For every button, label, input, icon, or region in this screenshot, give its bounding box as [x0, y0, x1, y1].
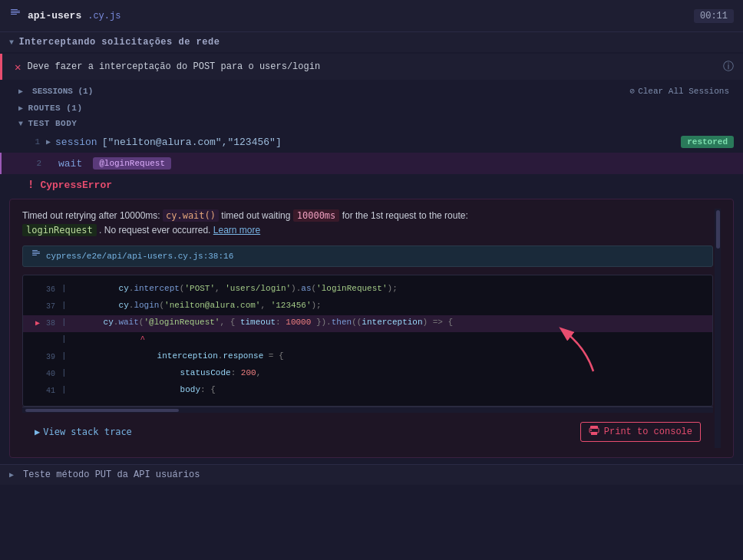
- error-header-row: ! CypressError: [0, 174, 743, 196]
- caret-num: [32, 332, 55, 334]
- code-text-39: interception.response = {: [73, 349, 284, 364]
- code-text-37: cy.login('neilton@alura.com', '123456');: [73, 298, 322, 313]
- command-row-session[interactable]: 1 ▶ session ["neilton@alura.com","123456…: [0, 131, 743, 153]
- wait-keyword: wait: [58, 158, 82, 170]
- h-scrollbar[interactable]: [22, 407, 713, 413]
- error-description: Timed out retrying after 10000ms: cy.wai…: [22, 209, 713, 238]
- code-line-41: 41 | body: {: [23, 383, 712, 400]
- code-block: 36 | cy.intercept('POST', 'users/login')…: [22, 275, 713, 407]
- restored-badge: restored: [681, 136, 734, 148]
- svg-rect-12: [590, 430, 592, 431]
- section-interceptando-label: Interceptando solicitações de rede: [19, 37, 220, 48]
- main-content: Interceptando solicitações de rede ✕ Dev…: [0, 32, 743, 560]
- alias-badge: @loginRequest: [93, 157, 171, 170]
- error-desc-text1: Timed out retrying after 10000ms:: [22, 210, 163, 221]
- error-desc-text2: timed out waiting: [221, 210, 292, 221]
- test-body-chevron: [18, 120, 24, 128]
- section-interceptando[interactable]: Interceptando solicitações de rede: [0, 32, 743, 52]
- view-stack-trace-arrow: ▶: [35, 427, 40, 437]
- svg-rect-4: [32, 250, 38, 251]
- top-bar: api-users .cy.js 00:11: [0, 0, 743, 32]
- svg-rect-0: [11, 9, 18, 10]
- cross-icon: ✕: [15, 61, 21, 74]
- line-num-37: 37: [32, 298, 55, 313]
- sessions-chevron: [18, 87, 23, 96]
- arrow-icon-session: ▶: [46, 137, 51, 147]
- error-command-name: loginRequest: [22, 224, 97, 236]
- test-body-label: TEST BODY: [28, 119, 78, 128]
- h-scrollbar-thumb: [25, 409, 179, 412]
- line-num-39: 39: [32, 349, 55, 364]
- code-line-38: ▶ 38 | cy.wait('@loginRequest', { timeou…: [23, 315, 712, 332]
- test-name: Deve fazer a interceptação do POST para …: [27, 61, 320, 72]
- line-num-36: 36: [32, 282, 55, 296]
- line-num-1: 1: [25, 137, 40, 147]
- v-scrollbar[interactable]: [715, 209, 721, 448]
- test-item: ✕ Deve fazer a interceptação do POST par…: [0, 54, 743, 80]
- bottom-section-header[interactable]: Teste método PUT da API usuários: [9, 469, 734, 480]
- timer: 00:11: [694, 9, 734, 23]
- clear-sessions-button[interactable]: ⊘ Clear All Sessions: [626, 84, 734, 97]
- bottom-section-label: Teste método PUT da API usuários: [23, 469, 200, 480]
- code-text-38: cy.wait('@loginRequest', { timeout: 1000…: [73, 315, 454, 330]
- file-link-text: cypress/e2e/api/api-users.cy.js:38:16: [46, 252, 233, 261]
- code-line-caret: | ^: [23, 332, 712, 349]
- file-icon: [9, 8, 21, 24]
- sessions-left[interactable]: SESSIONS (1): [18, 87, 93, 96]
- test-item-header: ✕ Deve fazer a interceptação do POST par…: [2, 54, 743, 80]
- code-line-37: 37 | cy.login('neilton@alura.com', '1234…: [23, 298, 712, 315]
- prohibit-icon: ⊘: [630, 86, 636, 96]
- bottom-section: Teste método PUT da API usuários: [0, 464, 743, 485]
- clear-sessions-label: Clear All Sessions: [638, 87, 729, 96]
- chevron-interceptando: [9, 38, 15, 47]
- command-row-wait[interactable]: 2 wait @loginRequest: [0, 153, 743, 174]
- line-num-41: 41: [32, 383, 55, 397]
- bottom-chevron: [9, 470, 14, 479]
- session-args: ["neilton@alura.com","123456"]: [102, 137, 282, 148]
- file-ext: .cy.js: [88, 11, 121, 21]
- view-stack-trace-button[interactable]: ▶ View stack trace: [35, 427, 132, 437]
- app-container: api-users .cy.js 00:11 Interceptando sol…: [0, 0, 743, 560]
- error-timeout-val: 10000ms: [293, 209, 340, 222]
- v-scrollbar-thumb: [716, 210, 720, 249]
- svg-rect-3: [11, 14, 17, 15]
- info-icon[interactable]: ⓘ: [723, 60, 734, 74]
- code-text-41: body: {: [73, 383, 216, 397]
- caret-text: ^: [73, 332, 146, 347]
- learn-more-link[interactable]: Learn more: [213, 225, 260, 236]
- error-title: CypressError: [40, 180, 112, 191]
- svg-rect-1: [11, 11, 20, 12]
- bottom-actions: ▶ View stack trace: [22, 416, 713, 448]
- svg-rect-11: [591, 432, 597, 435]
- code-text-36: cy.intercept('POST', 'users/login').as('…: [73, 282, 398, 296]
- file-link-row[interactable]: cypress/e2e/api/api-users.cy.js:38:16: [22, 245, 713, 267]
- line-num-2: 2: [26, 159, 41, 168]
- session-keyword: session: [55, 137, 97, 148]
- test-body-header[interactable]: TEST BODY: [0, 116, 743, 131]
- code-line-39: 39 | interception.response = {: [23, 349, 712, 366]
- svg-rect-5: [32, 252, 40, 252]
- code-text-40: statusCode: 200,: [73, 366, 262, 380]
- file-name: api-users: [28, 10, 81, 21]
- routes-section[interactable]: ROUTES (1): [0, 100, 743, 116]
- file-link-icon: [31, 249, 41, 263]
- test-item-left: ✕ Deve fazer a interceptação do POST par…: [15, 61, 320, 74]
- code-line-40: 40 | statusCode: 200,: [23, 366, 712, 383]
- view-stack-trace-label: View stack trace: [43, 427, 132, 437]
- sessions-label: SESSIONS (1): [32, 87, 93, 96]
- svg-rect-7: [32, 255, 37, 255]
- line-num-40: 40: [32, 366, 55, 380]
- routes-label: ROUTES (1): [28, 104, 83, 113]
- print-console-label: Print to console: [604, 427, 692, 437]
- top-bar-left: api-users .cy.js: [9, 8, 121, 24]
- test-body-section: TEST BODY 1 ▶ session ["neilton@alura.co…: [0, 116, 743, 458]
- error-content: Timed out retrying after 10000ms: cy.wai…: [9, 199, 734, 458]
- sessions-row: SESSIONS (1) ⊘ Clear All Sessions: [0, 81, 743, 100]
- line-num-38: ▶ 38: [32, 315, 55, 330]
- svg-rect-6: [32, 253, 40, 254]
- exclamation-icon: !: [28, 179, 34, 191]
- code-line-36: 36 | cy.intercept('POST', 'users/login')…: [23, 282, 712, 298]
- print-console-button[interactable]: Print to console: [580, 422, 701, 442]
- print-icon: [589, 425, 599, 439]
- error-suffix: . No request ever occurred.: [99, 225, 213, 236]
